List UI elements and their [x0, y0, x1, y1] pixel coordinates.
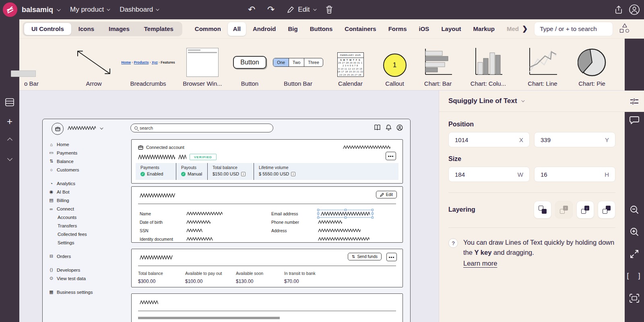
trash-icon[interactable] [325, 5, 333, 14]
shapes-panel-icon[interactable] [619, 23, 631, 35]
palette-item-chart-line[interactable]: Chart: Line [516, 39, 569, 91]
palette-item-callout[interactable]: 1 Callout [376, 39, 414, 91]
inspector-chevron-down-icon[interactable] [521, 99, 524, 102]
selection-handle[interactable] [345, 217, 347, 219]
learn-more-link[interactable]: Learn more [463, 258, 497, 268]
position-x-input[interactable] [455, 136, 519, 143]
tab-icons[interactable]: Icons [71, 23, 101, 35]
notifications-bell-icon [386, 124, 392, 131]
mockup-nav-item: ⌂Home [49, 140, 129, 149]
squiggly-text [140, 193, 175, 198]
position-y-input[interactable] [541, 136, 605, 143]
selection-handle[interactable] [317, 213, 319, 215]
palette-item-browser-window[interactable]: Browser Win... [178, 39, 227, 91]
brand-chevron-down-icon[interactable] [57, 7, 61, 11]
redo-icon[interactable]: ↷ [264, 3, 278, 17]
page-menu-label: Dashboard [120, 6, 153, 14]
add-page-icon[interactable]: + [0, 114, 19, 130]
zoom-out-icon[interactable] [625, 202, 644, 218]
tab-images[interactable]: Images [101, 23, 137, 35]
tab-ui-controls[interactable]: UI Controls [24, 23, 71, 35]
category-android[interactable]: Android [248, 22, 281, 36]
palette-item-button-bar[interactable]: One Two Three Button Bar [273, 39, 323, 91]
position-x-field[interactable]: X [448, 132, 530, 147]
send-to-back-button[interactable] [598, 201, 615, 219]
expand-down-icon[interactable] [0, 151, 19, 167]
selection-handle[interactable] [372, 213, 374, 215]
share-icon[interactable] [614, 5, 623, 14]
palette-item-chart-column[interactable]: Chart: Colu... [462, 39, 514, 91]
squiggly-text [321, 212, 370, 216]
tab-templates[interactable]: Templates [137, 23, 181, 35]
palette-item-arrow[interactable]: Arrow [66, 39, 122, 91]
mockup-nav-item: ∞Connect [49, 204, 129, 213]
squiggly-text [318, 220, 342, 224]
selected-control-title: Squiggly Line of Text [448, 97, 517, 105]
category-all[interactable]: All [228, 22, 246, 36]
selection-handle[interactable] [317, 209, 319, 211]
category-markup[interactable]: Markup [468, 22, 500, 36]
selection-handle[interactable] [345, 209, 347, 211]
squiggly-text [140, 300, 158, 304]
component-palette: o Bar Arrow Home › Products › Xyz › Feat… [19, 39, 625, 91]
category-media-clipped[interactable]: Med [502, 22, 520, 36]
pencil-icon [287, 6, 295, 14]
balsamiq-logo-icon[interactable] [3, 2, 17, 17]
palette-item-label: Breadcrumbs [130, 80, 166, 87]
expand-fullscreen-icon[interactable] [625, 246, 644, 262]
size-h-field[interactable]: H [534, 167, 615, 182]
mockup-nav-item: ⇅Balance [49, 157, 129, 165]
inspector-toggle-active[interactable] [625, 91, 644, 112]
design-canvas[interactable]: search ⌂Home▭Payments⇅Balance○Customers◔… [19, 91, 439, 322]
inspector-header[interactable]: Squiggly Line of Text [439, 91, 625, 112]
zoom-in-icon[interactable] [625, 224, 644, 240]
bring-to-front-button[interactable] [534, 201, 551, 219]
size-w-field[interactable]: W [448, 167, 530, 182]
category-forms[interactable]: Forms [383, 22, 412, 36]
palette-item-chart-pie[interactable]: Chart: Pie [569, 39, 615, 91]
account-icon[interactable] [629, 4, 640, 15]
comments-icon[interactable] [625, 112, 644, 128]
position-y-field[interactable]: Y [534, 132, 615, 147]
selection-handle[interactable] [372, 209, 374, 211]
brand-name[interactable]: balsamiq [22, 6, 53, 14]
category-common[interactable]: Common [190, 22, 226, 36]
selection-handle[interactable] [317, 217, 319, 219]
library-search-input[interactable] [534, 22, 613, 36]
ai-bot-icon: ◉ [49, 189, 54, 194]
categories-overflow-chevron-icon[interactable]: ❯ [521, 25, 528, 33]
squiggly-text [68, 126, 96, 130]
size-w-input[interactable] [455, 171, 518, 178]
selection-handle[interactable] [372, 217, 374, 219]
bring-to-front-icon [539, 206, 547, 214]
size-h-input[interactable] [541, 171, 605, 178]
selected-squiggly-line[interactable] [318, 210, 373, 218]
button-bar-thumbnail: One Two Three [273, 58, 323, 67]
palette-item-chart-bar[interactable]: Chart: Bar [414, 39, 462, 91]
collapse-up-icon[interactable] [0, 132, 19, 148]
edit-mode-menu[interactable]: Edit [287, 6, 315, 14]
panels-list-icon[interactable] [0, 94, 19, 110]
browser-window-thumbnail [186, 48, 219, 77]
palette-item-button[interactable]: Button Button [227, 39, 273, 91]
category-layout[interactable]: Layout [436, 22, 466, 36]
category-buttons[interactable]: Buttons [305, 22, 338, 36]
balance-panel: ⇅ Send funds ••• Total balance$300.00 Av… [131, 249, 403, 287]
wireframe-mockup[interactable]: search ⌂Home▭Payments⇅Balance○Customers◔… [42, 119, 411, 322]
check-icon: ✓ [140, 172, 145, 176]
callout-thumbnail: 1 [383, 54, 407, 77]
fit-to-screen-icon[interactable] [625, 290, 644, 306]
send-backward-button[interactable]: ↓ [576, 201, 594, 219]
undo-icon[interactable]: ↶ [245, 3, 258, 17]
mockup-nav-item: ⊙View test data [49, 274, 129, 283]
palette-item-breadcrumbs[interactable]: Home › Products › Xyz › Features Breadcr… [122, 39, 174, 91]
project-menu[interactable]: My product [70, 6, 109, 14]
palette-item-app-bar[interactable]: o Bar [7, 39, 56, 91]
palette-item-calendar[interactable]: FEBRUARY 2025 S M T W T F S 26 27 28 29 … [325, 39, 376, 91]
brackets-icon[interactable]: [ ] [625, 268, 644, 284]
category-containers[interactable]: Containers [339, 22, 381, 36]
page-menu[interactable]: Dashboard [120, 6, 158, 14]
category-big[interactable]: Big [283, 22, 303, 36]
category-ios[interactable]: iOS [414, 22, 435, 36]
arrow-thumbnail [74, 48, 113, 77]
